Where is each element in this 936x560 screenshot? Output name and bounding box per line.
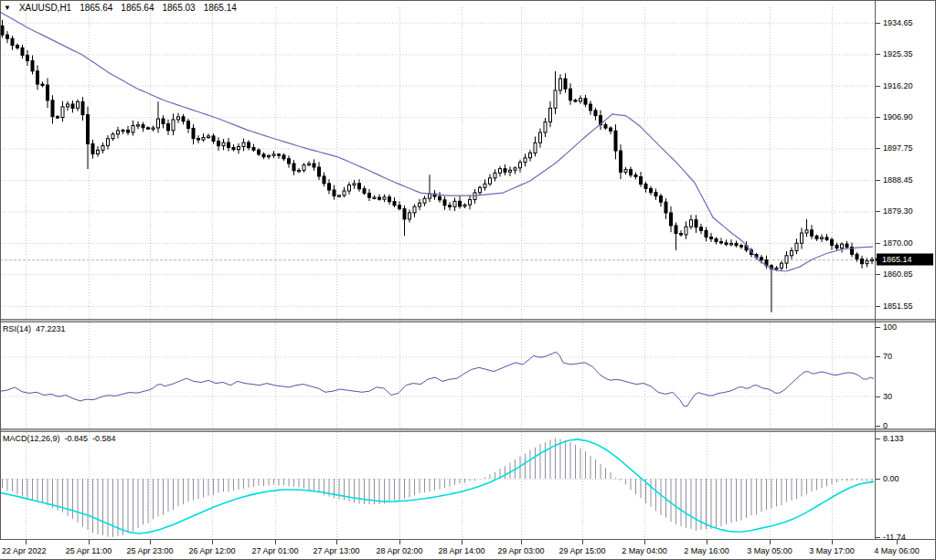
time-tick-label: 28 Apr 14:00 [438,546,484,556]
rsi-tick-label: 100 [883,322,897,333]
candle-body [373,197,376,198]
candle-body [760,258,763,260]
candle-body [262,154,265,157]
candle-body [67,104,69,107]
candle-body [524,158,526,163]
candle-body [785,256,788,263]
candle-body [544,122,547,132]
candle-body [720,242,723,243]
candle-body [117,131,120,134]
candle-body [112,134,114,139]
candle-body [534,143,537,153]
candle-body [363,189,366,194]
macd-tick-label: 0.00 [883,474,899,484]
candle-body [675,226,677,234]
time-tick-label: 29 Apr 03:00 [497,546,544,556]
candle-body [292,164,295,171]
candle-body [81,101,84,114]
macd-tick-label: 8.133 [883,433,904,443]
candle-body [232,147,235,149]
candle-body [670,213,673,226]
candle-body [473,193,476,200]
candle-body [61,107,64,118]
candle-body [484,184,486,187]
candle-body [71,104,74,108]
chart-canvas[interactable] [0,0,936,560]
candle-body [47,85,49,100]
ohlc-close: 1865.14 [204,3,237,14]
candle-body [871,259,874,260]
price-tick-label: 1879.30 [883,206,913,217]
candle-body [248,143,250,148]
candle-body [665,202,667,213]
candle-body [710,237,713,238]
time-tick-label: 3 May 17:00 [809,546,855,556]
candle-body [77,101,80,108]
candle-body [147,128,150,129]
candle-body [463,205,466,206]
candle-body [614,131,617,151]
symbol-timeframe-label: XAUUSD,H1 [19,3,71,14]
candle-body [252,148,255,151]
candle-body [740,246,743,247]
rsi-tick-label: 30 [883,391,892,401]
candle-body [735,243,738,245]
candle-body [122,130,124,131]
price-tick-label: 1888.45 [883,175,913,185]
candle-body [393,202,396,206]
candle-body [644,184,647,188]
candle-body [519,163,522,168]
rsi-line [0,352,874,406]
candle-body [51,100,54,117]
candle-body [549,108,552,122]
candle-body [41,84,44,85]
candle-body [308,164,311,165]
candle-body [634,175,637,177]
candle-body [841,244,844,248]
candle-body [620,151,622,172]
candle-body [654,193,657,196]
candle-body [453,201,456,206]
time-tick-label: 25 Apr 11:00 [66,546,112,556]
candle-body [539,132,542,143]
candle-body [258,150,261,154]
candle-body [91,143,94,153]
candle-body [132,125,134,132]
candle-body [650,188,653,192]
candle-body [504,169,506,173]
moving-average-line [0,12,873,271]
macd-indicator-value: -0.845 [65,434,89,444]
candle-body [429,194,431,198]
candle-body [805,230,808,233]
rsi-indicator-value: 47.2231 [36,324,66,334]
macd-signal-value: -0.584 [92,434,116,444]
candle-body [368,193,371,197]
candle-body [821,238,824,238]
candle-body [399,206,401,209]
candle-body [16,46,19,48]
candle-body [715,238,718,241]
candle-body [313,164,315,167]
candle-body [207,136,210,138]
candle-body [594,111,597,116]
candle-body [97,150,100,153]
candle-body [282,155,285,159]
candle-body [574,100,577,101]
candle-body [298,170,301,171]
macd-indicator-name: MACD(12,26,9) [3,434,60,444]
candle-body [861,259,864,264]
chart-header: ▼ XAUUSD,H1 1865.64 1865.64 1865.03 1865… [4,3,237,14]
candle-body [328,184,331,190]
candle-body [202,138,205,140]
candle-body [811,230,814,236]
ohlc-low: 1865.03 [162,3,195,14]
ohlc-open: 1865.64 [80,3,112,14]
candle-body [443,200,446,206]
candle-body [590,104,592,111]
symbol-dropdown-icon[interactable]: ▼ [4,3,11,14]
candle-body [409,213,411,219]
candle-body [791,250,793,255]
time-tick-label: 2 May 16:00 [684,546,729,556]
candle-body [514,168,516,170]
candle-body [107,139,110,146]
